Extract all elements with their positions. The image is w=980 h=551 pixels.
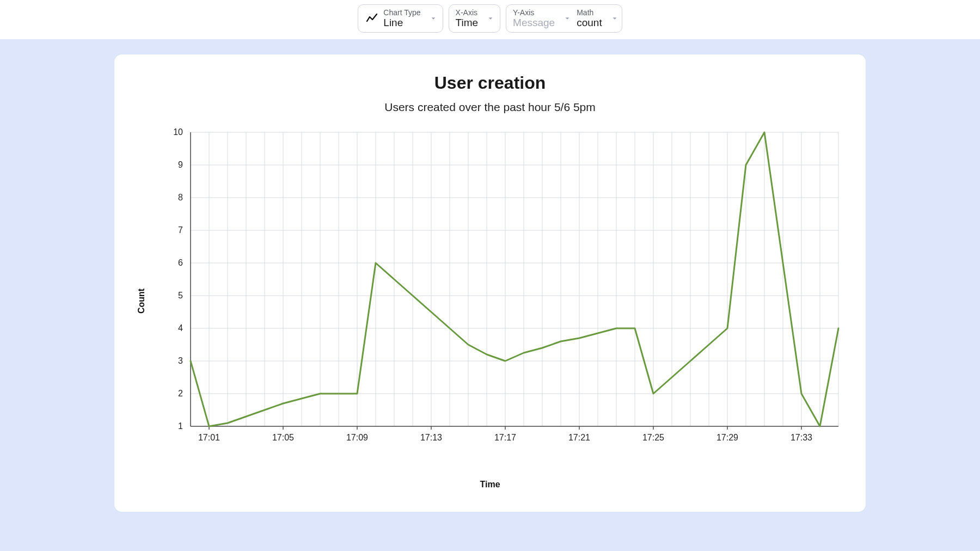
y-axis-title: Count [137,289,146,314]
chart-card: User creation Users created over the pas… [114,54,866,512]
x-axis-selector[interactable]: X-Axis Time [449,4,501,33]
y-tick-label: 3 [178,356,183,365]
y-axis-label: Y-Axis [513,8,555,17]
chart-toolbar: Chart Type Line X-Axis Time Y-Axis Messa… [0,0,980,39]
page-background: User creation Users created over the pas… [0,39,980,551]
y-tick-label: 8 [178,193,183,202]
math-selector[interactable]: Math count [574,5,621,32]
math-label: Math [577,8,602,17]
x-tick-label: 17:09 [346,433,368,442]
y-tick-label: 10 [173,127,183,137]
chart-area: Count 1234567891017:0117:0517:0917:1317:… [131,127,849,475]
y-axis-selector[interactable]: Y-Axis Message [506,5,574,32]
chart-type-label: Chart Type [383,8,420,17]
y-tick-label: 2 [178,389,183,398]
y-tick-label: 5 [178,291,183,300]
x-axis-title: Time [131,480,849,489]
line-chart-icon [365,11,379,26]
caret-down-icon [430,15,437,22]
x-tick-label: 17:05 [272,433,294,442]
line-chart: 1234567891017:0117:0517:0917:1317:1717:2… [131,127,849,459]
x-tick-label: 17:29 [716,433,738,442]
chart-subtitle: Users created over the past hour 5/6 5pm [131,101,849,114]
x-tick-label: 17:33 [791,433,812,442]
y-tick-label: 6 [178,258,183,267]
math-value: count [577,17,602,29]
y-tick-label: 4 [178,323,183,333]
x-tick-label: 17:25 [642,433,664,442]
y-tick-label: 1 [178,421,183,431]
data-series-line [191,132,838,426]
caret-down-icon [564,15,571,22]
chart-type-selector[interactable]: Chart Type Line [358,4,443,33]
x-tick-label: 17:21 [568,433,590,442]
y-tick-label: 9 [178,160,183,169]
chart-title: User creation [131,73,849,93]
chart-type-value: Line [383,17,420,29]
x-tick-label: 17:13 [420,433,442,442]
x-axis-value: Time [456,17,479,29]
y-axis-selector-group: Y-Axis Message Math count [506,4,622,33]
y-tick-label: 7 [178,225,183,235]
x-axis-label: X-Axis [456,8,479,17]
x-tick-label: 17:17 [494,433,516,442]
caret-down-icon [487,15,494,22]
x-tick-label: 17:01 [198,433,220,442]
y-axis-placeholder: Message [513,17,555,29]
caret-down-icon [611,15,618,22]
